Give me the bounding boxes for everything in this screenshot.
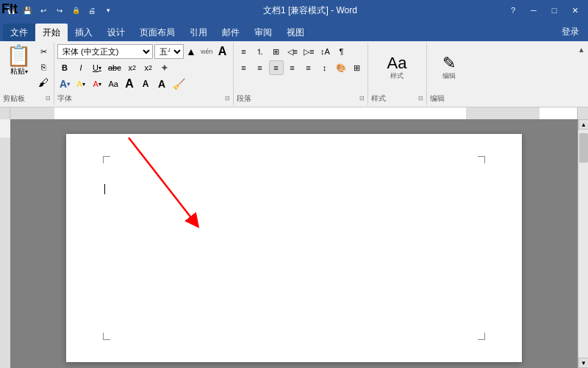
distribute-button[interactable]: ≡ bbox=[301, 60, 316, 75]
editing-group-label: 编辑 bbox=[430, 93, 445, 104]
tab-review[interactable]: 审阅 bbox=[247, 24, 279, 41]
tab-pagelayout[interactable]: 页面布局 bbox=[132, 24, 182, 41]
eraser-button[interactable]: 🧹 bbox=[171, 77, 187, 91]
show-marks-button[interactable]: ¶ bbox=[334, 44, 348, 59]
tab-home[interactable]: 开始 bbox=[35, 24, 68, 41]
highlight-button[interactable]: A▾ bbox=[74, 77, 88, 91]
underline-button[interactable]: U ▾ bbox=[90, 60, 104, 75]
para-label-row: 段落 ⊡ bbox=[237, 92, 365, 104]
paste-icon: 📋 bbox=[6, 46, 32, 66]
titlebar-left: W 💾 ↩ ↪ 🔒 🖨 ▾ bbox=[6, 4, 115, 17]
cut-button[interactable]: ✂ bbox=[36, 44, 51, 59]
paste-label: 粘贴▾ bbox=[10, 66, 28, 77]
copy-button[interactable]: ⎘ bbox=[36, 60, 51, 74]
para-row2: ≡ ≡ ≡ ≡ ≡ ↕ 🎨 ⊞ bbox=[237, 60, 365, 75]
svg-rect-4 bbox=[466, 107, 539, 119]
help-button[interactable]: ? bbox=[506, 3, 520, 18]
corner-mark-br bbox=[478, 333, 485, 340]
numbering-button[interactable]: ⒈ bbox=[253, 44, 268, 59]
para-expander[interactable]: ⊡ bbox=[359, 95, 365, 102]
clipboard-expander[interactable]: ⊡ bbox=[46, 95, 51, 102]
login-button[interactable]: 登录 bbox=[556, 23, 585, 41]
horizontal-ruler bbox=[10, 107, 578, 119]
increase-indent-button[interactable]: ▷≡ bbox=[301, 44, 316, 59]
tab-file[interactable]: 文件 bbox=[3, 24, 35, 41]
paste-button[interactable]: 📋 粘贴▾ bbox=[3, 44, 35, 78]
clipboard-small-buttons: ✂ ⎘ 🖌 bbox=[36, 44, 51, 90]
styles-button[interactable]: Aa 样式 bbox=[384, 52, 410, 84]
font-size-increase-button[interactable]: ▲ bbox=[184, 44, 198, 59]
close-button[interactable]: ✕ bbox=[567, 3, 582, 18]
ruler-corner-right bbox=[578, 107, 588, 119]
bullets-button[interactable]: ≡ bbox=[237, 44, 251, 59]
decrease-indent-button[interactable]: ◁≡ bbox=[285, 44, 300, 59]
document-area: ▲ ▼ bbox=[0, 119, 588, 368]
tab-mailings[interactable]: 邮件 bbox=[215, 24, 247, 41]
editing-group: ✎ 编辑 编辑 bbox=[427, 43, 471, 105]
strikethrough-button[interactable]: abc bbox=[106, 60, 123, 75]
minimize-button[interactable]: ─ bbox=[526, 3, 541, 18]
fit-label: FIt bbox=[1, 1, 18, 17]
restore-button[interactable]: □ bbox=[547, 3, 562, 18]
print-qat-button[interactable]: 🖨 bbox=[85, 4, 98, 17]
tab-design[interactable]: 设计 bbox=[100, 24, 132, 41]
page-content[interactable] bbox=[66, 134, 522, 362]
para-label: 段落 bbox=[237, 93, 251, 104]
shrink-font-button[interactable]: A bbox=[138, 77, 153, 91]
multilevel-list-button[interactable]: ⊞ bbox=[269, 44, 284, 59]
bold-button[interactable]: B bbox=[57, 60, 72, 75]
aa-button[interactable]: A bbox=[215, 44, 230, 59]
font-size-select[interactable]: 五号 bbox=[154, 44, 184, 59]
qat-more-button[interactable]: ▾ bbox=[101, 4, 115, 17]
line-spacing-button[interactable]: ↕ bbox=[318, 60, 332, 75]
ribbon: 📋 粘贴▾ ✂ ⎘ 🖌 剪贴板 ⊡ 宋体 (中文正文) bbox=[0, 41, 588, 107]
sort-button[interactable]: ↕A bbox=[318, 44, 332, 59]
tab-references[interactable]: 引用 bbox=[182, 24, 215, 41]
scroll-thumb[interactable] bbox=[579, 133, 588, 163]
editing-button[interactable]: ✎ 编辑 bbox=[440, 52, 459, 84]
styles-expander[interactable]: ⊡ bbox=[418, 95, 423, 102]
clear-format-button[interactable]: ✦ bbox=[157, 60, 172, 75]
corner-mark-tr bbox=[478, 156, 485, 163]
superscript-button[interactable]: x2 bbox=[141, 60, 156, 75]
font-size-area: 五号 ▲ wén A bbox=[154, 44, 230, 59]
titlebar-right: ? ─ □ ✕ bbox=[506, 3, 582, 18]
justify-button[interactable]: ≡ bbox=[285, 60, 300, 75]
scroll-down-button[interactable]: ▼ bbox=[578, 358, 588, 368]
corner-mark-bl bbox=[103, 333, 110, 340]
scroll-up-button[interactable]: ▲ bbox=[578, 119, 588, 130]
redo-qat-button[interactable]: ↪ bbox=[53, 4, 66, 17]
align-right-button[interactable]: ≡ bbox=[269, 60, 284, 75]
ruler-area bbox=[0, 107, 588, 119]
font-label-row: 字体 ⊡ bbox=[57, 92, 230, 104]
align-left-button[interactable]: ≡ bbox=[237, 60, 251, 75]
text-effect-button[interactable]: A▾ bbox=[57, 77, 72, 91]
font-aa-button[interactable]: Aa bbox=[106, 77, 121, 91]
format-painter-button[interactable]: 🖌 bbox=[36, 75, 51, 90]
svg-line-8 bbox=[129, 138, 195, 222]
expand-font-button[interactable]: A bbox=[154, 77, 169, 91]
italic-button[interactable]: I bbox=[74, 60, 88, 75]
scroll-track[interactable] bbox=[578, 130, 588, 358]
font-expander[interactable]: ⊡ bbox=[225, 95, 230, 102]
ribbon-collapse-button[interactable]: ▲ bbox=[575, 43, 588, 105]
document-scroll-area[interactable] bbox=[10, 119, 578, 368]
align-center-button[interactable]: ≡ bbox=[253, 60, 268, 75]
enlarge-font-button[interactable]: A bbox=[122, 77, 137, 91]
vertical-ruler bbox=[0, 119, 10, 368]
undo-qat-button[interactable]: ↩ bbox=[37, 4, 50, 17]
tab-view[interactable]: 视图 bbox=[279, 24, 312, 41]
subscript-button[interactable]: x2 bbox=[125, 60, 140, 75]
font-name-select[interactable]: 宋体 (中文正文) bbox=[57, 44, 153, 59]
clipboard-group: 📋 粘贴▾ ✂ ⎘ 🖌 剪贴板 ⊡ bbox=[0, 43, 54, 105]
window-title: 文档1 [兼容模式] - Word bbox=[115, 4, 506, 17]
font-color-button[interactable]: A▾ bbox=[90, 77, 104, 91]
borders-button[interactable]: ⊞ bbox=[350, 60, 365, 75]
shading-button[interactable]: 🎨 bbox=[334, 60, 348, 75]
save-qat-button[interactable]: 💾 bbox=[21, 4, 34, 17]
styles-group-label: 样式 bbox=[371, 93, 386, 104]
styles-label-row: 样式 ⊡ bbox=[371, 92, 423, 104]
lock-icon: 🔒 bbox=[69, 4, 82, 17]
tab-insert[interactable]: 插入 bbox=[68, 24, 100, 41]
vertical-scrollbar[interactable]: ▲ ▼ bbox=[578, 119, 588, 368]
